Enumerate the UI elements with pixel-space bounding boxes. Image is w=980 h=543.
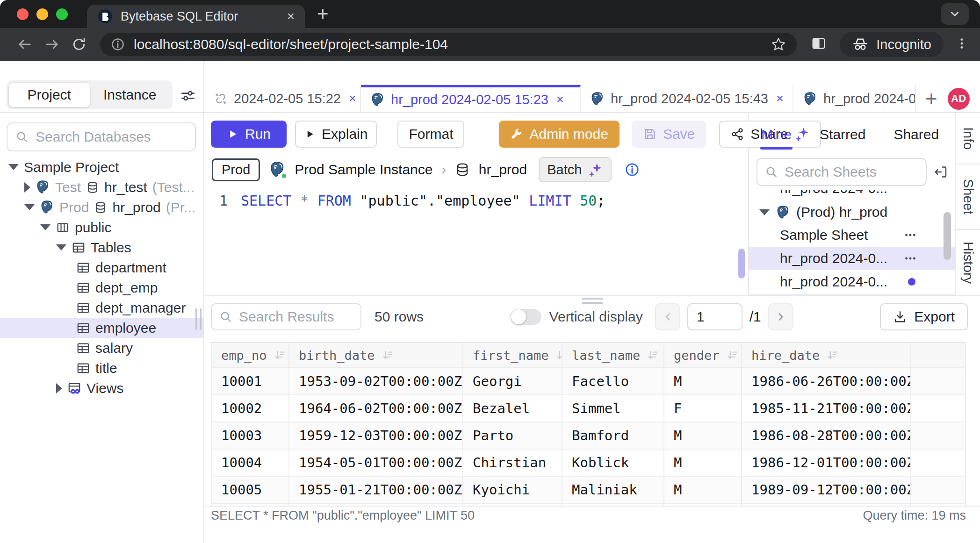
sort-icon[interactable] bbox=[382, 349, 395, 362]
table-cell[interactable]: 1964-06-02T00:00:00Z bbox=[289, 395, 463, 422]
table-cell[interactable]: M bbox=[664, 450, 742, 477]
table-cell[interactable]: 1954-05-01T00:00:00Z bbox=[289, 450, 463, 477]
database-name[interactable]: hr_prod bbox=[479, 162, 527, 178]
forward-button[interactable] bbox=[38, 36, 65, 53]
caret-down-icon[interactable] bbox=[24, 204, 35, 210]
tab-history[interactable]: History bbox=[956, 230, 980, 295]
browser-menu-button[interactable] bbox=[955, 36, 969, 52]
database-search[interactable] bbox=[7, 122, 196, 151]
sidebar-resize-handle[interactable] bbox=[195, 308, 202, 330]
filter-settings-icon[interactable] bbox=[180, 88, 196, 104]
table-cell[interactable]: Chirstian bbox=[463, 450, 562, 477]
column-header-hire-date[interactable]: hire_date bbox=[742, 342, 911, 368]
column-header-emp-no[interactable]: emp_no bbox=[211, 342, 289, 368]
table-cell[interactable]: Bamford bbox=[562, 422, 664, 450]
close-sheet-icon[interactable]: × bbox=[349, 92, 356, 106]
batch-button[interactable]: Batch bbox=[539, 157, 612, 182]
table-cell[interactable]: Maliniak bbox=[562, 477, 664, 504]
tree-item-tables-group[interactable]: Tables bbox=[0, 237, 203, 257]
tab-project[interactable]: Project bbox=[9, 83, 90, 107]
table-cell[interactable]: Facello bbox=[562, 368, 664, 395]
tree-item-title[interactable]: title bbox=[0, 358, 203, 378]
more-actions-icon[interactable] bbox=[903, 251, 917, 265]
table-cell[interactable]: F bbox=[664, 395, 742, 422]
site-info-icon[interactable] bbox=[110, 37, 125, 52]
sheet-item-sample-sheet[interactable]: Sample Sheet bbox=[749, 223, 955, 247]
more-actions-icon[interactable] bbox=[903, 228, 917, 242]
prev-page-button[interactable] bbox=[655, 303, 680, 330]
sheet-item-clipped[interactable]: hr_prod 2024-0... bbox=[749, 190, 955, 201]
save-button[interactable]: Save bbox=[632, 121, 706, 148]
new-tab-button[interactable]: + bbox=[317, 0, 329, 28]
close-sheet-icon[interactable]: × bbox=[776, 92, 784, 106]
tab-info[interactable]: Info bbox=[956, 113, 980, 164]
url-bar[interactable]: localhost:8080/sql-editor/sheet/project-… bbox=[100, 33, 797, 56]
url-text[interactable]: localhost:8080/sql-editor/sheet/project-… bbox=[134, 36, 762, 52]
table-cell[interactable]: 10003 bbox=[211, 422, 289, 450]
sheet-tab-2-active[interactable]: hr_prod 2024-02-05 15:23 × bbox=[361, 85, 581, 112]
table-cell[interactable]: 10004 bbox=[211, 450, 289, 477]
tree-item-views-group[interactable]: Views bbox=[0, 378, 203, 398]
browser-tab[interactable]: Bytebase SQL Editor × bbox=[87, 5, 305, 28]
search-sheets-input[interactable] bbox=[785, 164, 919, 180]
close-tab-icon[interactable]: × bbox=[287, 9, 295, 24]
column-header-gender[interactable]: gender bbox=[664, 342, 742, 368]
table-cell[interactable]: Parto bbox=[463, 422, 562, 450]
results-search[interactable] bbox=[211, 303, 361, 330]
caret-right-icon[interactable] bbox=[24, 182, 30, 193]
table-cell[interactable]: 1955-01-21T00:00:00Z bbox=[289, 477, 463, 504]
table-cell[interactable]: Simmel bbox=[562, 395, 664, 422]
sheet-tab-3[interactable]: hr_prod 2024-02-05 15:43 × bbox=[581, 85, 793, 112]
table-cell[interactable]: 1959-12-03T00:00:00Z bbox=[289, 422, 463, 450]
tree-item-employee[interactable]: employee bbox=[0, 318, 203, 338]
column-header-birth-date[interactable]: birth_date bbox=[289, 342, 463, 368]
tree-item-hr-prod[interactable]: Prod hr_prod (Pr... bbox=[0, 197, 203, 217]
table-cell[interactable]: Georgi bbox=[463, 368, 562, 395]
search-databases-input[interactable] bbox=[36, 129, 187, 145]
bookmark-star-icon[interactable] bbox=[771, 36, 786, 52]
format-button[interactable]: Format bbox=[397, 121, 464, 148]
tree-item-department[interactable]: department bbox=[0, 257, 203, 278]
instance-name[interactable]: Prod Sample Instance bbox=[295, 162, 432, 178]
sheet-search[interactable] bbox=[757, 158, 927, 186]
table-cell[interactable]: 1953-04-20T00:00:00Z bbox=[289, 504, 463, 506]
explain-button[interactable]: Explain bbox=[295, 121, 377, 148]
avatar[interactable]: AD bbox=[948, 88, 970, 110]
next-page-button[interactable] bbox=[768, 303, 793, 330]
sheet-tab-4[interactable]: hr_prod 2024-0 bbox=[793, 85, 916, 112]
sort-icon[interactable] bbox=[726, 349, 739, 362]
sheet-item-unsaved-2[interactable]: hr_prod 2024-0... bbox=[749, 293, 955, 294]
column-header-first-name[interactable]: first_name bbox=[463, 342, 562, 368]
tab-shared-with-me[interactable]: Shared w bbox=[894, 127, 943, 143]
table-cell[interactable]: M bbox=[664, 368, 742, 395]
side-panel-button[interactable] bbox=[811, 36, 827, 53]
tree-item-public-schema[interactable]: public bbox=[0, 217, 203, 237]
table-cell[interactable]: Koblick bbox=[562, 450, 664, 477]
sort-icon[interactable] bbox=[274, 349, 287, 362]
sort-icon[interactable] bbox=[647, 349, 660, 362]
table-cell[interactable]: 10005 bbox=[211, 477, 289, 504]
table-cell[interactable]: 1986-08-28T00:00:00Z bbox=[742, 422, 911, 450]
editor-scrollbar[interactable] bbox=[738, 249, 745, 279]
tab-sheet[interactable]: Sheet bbox=[956, 164, 980, 230]
table-cell[interactable]: 1986-06-26T00:00:00Z bbox=[742, 368, 911, 395]
export-button[interactable]: Export bbox=[880, 303, 968, 330]
code-line-1[interactable]: 1 SELECT * FROM "public"."employee" LIMI… bbox=[204, 193, 748, 209]
reload-button[interactable] bbox=[65, 36, 93, 52]
table-cell[interactable]: Kyoichi bbox=[463, 477, 562, 504]
tree-item-dept-manager[interactable]: dept_manager bbox=[0, 298, 203, 318]
table-cell[interactable]: 10006 bbox=[211, 504, 289, 506]
sort-icon[interactable] bbox=[555, 349, 562, 362]
minimize-window-button[interactable] bbox=[36, 8, 48, 20]
table-cell[interactable]: 10001 bbox=[211, 368, 289, 395]
table-cell[interactable]: Anneke bbox=[463, 504, 562, 506]
table-cell[interactable]: F bbox=[664, 504, 742, 506]
run-button[interactable]: Run bbox=[211, 121, 287, 148]
sort-icon[interactable] bbox=[826, 349, 839, 362]
caret-down-icon[interactable] bbox=[56, 244, 66, 250]
search-results-input[interactable] bbox=[239, 309, 353, 325]
vertical-display-toggle[interactable] bbox=[511, 309, 541, 325]
table-cell[interactable]: 1989-09-12T00:00:00Z bbox=[742, 477, 911, 504]
table-cell[interactable]: 1985-11-21T00:00:00Z bbox=[742, 395, 911, 422]
table-cell[interactable]: 1989-06-02T00:00:00Z bbox=[742, 504, 911, 506]
